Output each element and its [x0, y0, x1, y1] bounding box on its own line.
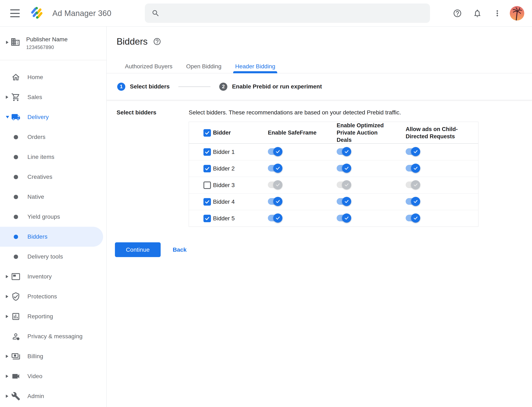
row-checkbox[interactable]	[203, 148, 211, 156]
publisher-name: Publisher Name	[26, 36, 68, 43]
bullet-icon	[14, 175, 18, 179]
sidebar-item-label: Line items	[27, 154, 55, 160]
sidebar-item-orders[interactable]: Orders	[0, 127, 107, 147]
sidebar-item-privacy-messaging[interactable]: Privacy & messaging	[0, 326, 107, 346]
payments-icon	[11, 352, 21, 361]
bullet-icon	[14, 195, 18, 199]
page-title: Bidders	[117, 36, 147, 47]
sidebar-item-admin[interactable]: Admin	[0, 386, 107, 406]
bullet-icon	[14, 155, 18, 159]
child-directed-toggle[interactable]	[406, 197, 420, 206]
step-connector-line	[178, 86, 210, 87]
building-icon	[10, 37, 20, 47]
table-row: Bidder 5	[189, 210, 478, 227]
video-camera-icon	[11, 372, 21, 381]
sidebar-item-label: Delivery tools	[27, 253, 63, 260]
continue-button[interactable]: Continue	[115, 242, 161, 257]
top-app-bar: Ad Manager 360	[0, 0, 532, 27]
person-badge-icon	[11, 332, 21, 341]
sidebar-item-line-items[interactable]: Line items	[0, 147, 107, 167]
sidebar-item-delivery[interactable]: Delivery	[0, 107, 107, 127]
row-checkbox[interactable]	[203, 181, 211, 189]
column-header-child-directed: Allow ads on Child-Directed Requests	[406, 126, 468, 140]
inventory-icon	[11, 272, 21, 281]
tab-header-bidding[interactable]: Header Bidding	[228, 60, 282, 73]
bullet-icon	[14, 235, 18, 239]
row-checkbox[interactable]	[203, 165, 211, 172]
hamburger-menu-icon[interactable]	[10, 9, 20, 17]
sidebar-item-yield-groups[interactable]: Yield groups	[0, 207, 107, 227]
expand-arrow-icon	[6, 355, 8, 358]
optimized-private-auction-toggle[interactable]	[337, 213, 351, 223]
product-name: Ad Manager 360	[52, 0, 111, 27]
optimized-private-auction-toggle[interactable]	[337, 147, 351, 156]
sidebar-item-label: Home	[27, 74, 43, 81]
child-directed-toggle[interactable]	[406, 147, 420, 156]
tab-bar: Authorized Buyers Open Bidding Header Bi…	[107, 60, 532, 73]
sidebar-item-delivery-tools[interactable]: Delivery tools	[0, 247, 107, 267]
sidebar-item-native[interactable]: Native	[0, 187, 107, 207]
bidder-name: Bidder 2	[213, 165, 268, 172]
expand-arrow-icon	[6, 41, 8, 44]
sidebar-item-protections[interactable]: Protections	[0, 287, 107, 306]
sidebar-item-billing[interactable]: Billing	[0, 346, 107, 366]
tab-open-bidding[interactable]: Open Bidding	[179, 60, 228, 73]
kebab-menu-icon[interactable]	[493, 9, 502, 18]
optimized-private-auction-toggle[interactable]	[337, 164, 351, 173]
safeframe-toggle[interactable]	[268, 197, 282, 206]
search-icon	[152, 9, 160, 17]
section-label: Select bidders	[117, 109, 156, 116]
expand-arrow-icon	[6, 275, 8, 278]
sidebar-item-home[interactable]: Home	[0, 67, 107, 87]
row-checkbox[interactable]	[203, 198, 211, 206]
table-row: Bidder 4	[189, 193, 478, 210]
help-icon[interactable]	[453, 9, 462, 18]
sidebar-item-label: Creatives	[27, 174, 52, 180]
child-directed-toggle[interactable]	[406, 180, 420, 190]
user-avatar[interactable]	[510, 6, 524, 21]
help-icon[interactable]	[153, 37, 161, 46]
step-1-label: Select bidders	[130, 83, 169, 90]
child-directed-toggle[interactable]	[406, 213, 420, 223]
step-1-circle: 1	[117, 83, 125, 91]
sidebar-item-label: Yield groups	[27, 213, 60, 220]
delivery-truck-icon	[11, 113, 21, 122]
sidebar-item-video[interactable]: Video	[0, 366, 107, 386]
safeframe-toggle[interactable]	[268, 213, 282, 223]
optimized-private-auction-toggle[interactable]	[337, 197, 351, 206]
bidder-name: Bidder 4	[213, 198, 268, 205]
sidebar-item-inventory[interactable]: Inventory	[0, 267, 107, 287]
bullet-icon	[14, 135, 18, 139]
sidebar-item-label: Privacy & messaging	[27, 333, 82, 340]
optimized-private-auction-toggle[interactable]	[337, 180, 351, 190]
home-icon	[11, 73, 21, 82]
sidebar-item-bidders[interactable]: Bidders	[0, 227, 103, 247]
safeframe-toggle[interactable]	[268, 147, 282, 156]
stepper: 1 Select bidders 2 Enable Prebid or run …	[107, 73, 532, 100]
expand-arrow-icon	[6, 315, 8, 318]
bidder-name: Bidder 1	[213, 149, 268, 155]
account-switcher[interactable]: Publisher Name 1234567890	[0, 27, 106, 60]
column-header-bidder: Bidder	[213, 129, 268, 136]
notifications-bell-icon[interactable]	[473, 9, 482, 18]
section-description: Select bidders. These recommendations ar…	[189, 109, 401, 116]
select-all-checkbox[interactable]	[203, 129, 211, 137]
sidebar-item-label: Billing	[27, 353, 43, 360]
row-checkbox[interactable]	[203, 215, 211, 222]
column-header-safeframe: Enable SafeFrame	[268, 129, 337, 136]
table-header-row: Bidder Enable SafeFrame Enable Optimized…	[189, 122, 478, 143]
sidebar-item-sales[interactable]: Sales	[0, 87, 107, 107]
safeframe-toggle[interactable]	[268, 180, 282, 190]
sidebar-item-creatives[interactable]: Creatives	[0, 167, 107, 187]
sidebar-item-reporting[interactable]: Reporting	[0, 306, 107, 326]
search-bar[interactable]	[145, 4, 430, 23]
sidebar-item-label: Native	[27, 194, 44, 200]
child-directed-toggle[interactable]	[406, 164, 420, 173]
tab-authorized-buyers[interactable]: Authorized Buyers	[118, 60, 179, 73]
table-row: Bidder 2	[189, 160, 478, 177]
expand-arrow-icon	[6, 395, 8, 398]
back-button[interactable]: Back	[169, 242, 190, 257]
sidebar-menu: Home Sales Delivery Orders Line items Cr…	[0, 67, 107, 406]
collapse-arrow-icon	[6, 116, 9, 118]
safeframe-toggle[interactable]	[268, 164, 282, 173]
